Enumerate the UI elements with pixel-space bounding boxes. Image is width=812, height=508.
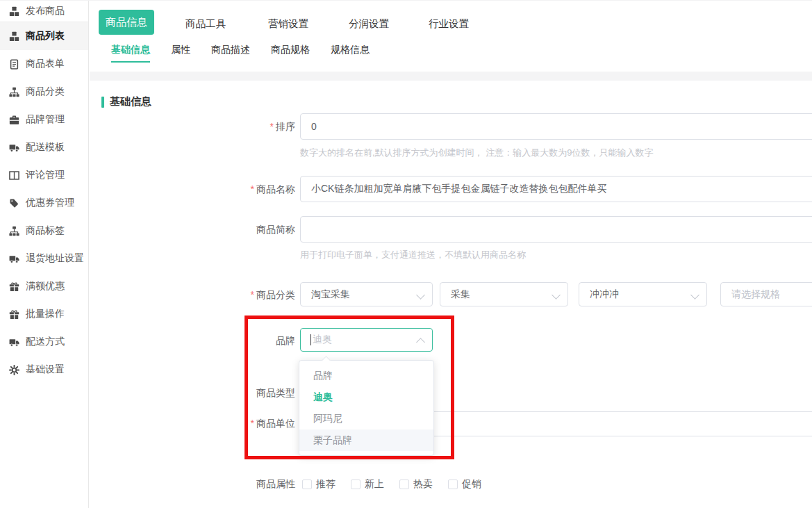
sidebar-item-product-form[interactable]: 商品表单 — [0, 50, 88, 78]
checkbox-icon — [302, 480, 312, 489]
sort-input[interactable] — [300, 113, 812, 140]
sidebar-item-label: 商品列表 — [26, 30, 65, 42]
sitemap-icon — [9, 87, 19, 97]
sidebar-item-label: 基础设置 — [26, 363, 65, 376]
sidebar-item-return-address[interactable]: 退货地址设置 — [0, 245, 88, 272]
sidebar-item-label: 配送方式 — [26, 336, 65, 348]
short-name-label: 商品简称 — [142, 224, 295, 236]
brand-option[interactable]: 品牌 — [299, 365, 433, 386]
checkbox-icon — [351, 480, 361, 489]
sidebar: 发布商品 商品列表 商品表单 商品分类 品牌管理 配送模板 评论管理 — [0, 1, 89, 508]
brand-select[interactable]: 迪奥 — [300, 328, 433, 352]
brand-label: 品牌 — [142, 335, 295, 347]
sidebar-item-label: 发布商品 — [26, 5, 65, 17]
category-select-level2[interactable]: 采集 — [440, 282, 568, 306]
short-name-helper-text: 用于打印电子面单，支付通道推送，不填默认用商品名称 — [300, 249, 526, 261]
category-label: 商品分类 — [142, 289, 295, 302]
subtab-description[interactable]: 商品描述 — [211, 44, 250, 63]
checkbox-promo[interactable]: 促销 — [448, 478, 481, 491]
gift-icon — [9, 281, 19, 292]
chevron-down-icon — [552, 290, 561, 300]
subtab-specs[interactable]: 商品规格 — [271, 44, 310, 63]
sidebar-item-label: 商品标签 — [26, 224, 65, 237]
sidebar-item-delivery-template[interactable]: 配送模板 — [0, 133, 88, 161]
chevron-down-icon — [690, 290, 699, 300]
tab-marketing-settings[interactable]: 营销设置 — [268, 17, 308, 31]
tab-profit-settings[interactable]: 分润设置 — [349, 17, 389, 31]
columns-icon — [9, 170, 19, 181]
subtab-basic-info[interactable]: 基础信息 — [111, 44, 150, 63]
text-cursor — [310, 334, 311, 345]
section-accent-bar — [101, 97, 104, 108]
product-name-input[interactable] — [300, 176, 812, 202]
short-name-input[interactable] — [300, 216, 812, 243]
sidebar-item-product-list[interactable]: 商品列表 — [0, 22, 88, 50]
checkbox-label: 新上 — [365, 478, 384, 491]
product-name-label: 商品名称 — [142, 183, 295, 196]
chevron-down-icon — [416, 290, 425, 300]
truck-icon — [9, 337, 19, 347]
brand-option[interactable]: 阿玛尼 — [299, 408, 433, 429]
chevron-up-icon — [416, 338, 425, 347]
checkbox-label: 热卖 — [413, 478, 433, 491]
file-icon — [9, 59, 19, 69]
category-select-value: 淘宝采集 — [311, 288, 350, 301]
cubes-icon — [9, 31, 19, 42]
category-select-level1[interactable]: 淘宝采集 — [300, 282, 433, 306]
tab-product-tools[interactable]: 商品工具 — [185, 17, 226, 31]
product-attrs-label: 商品属性 — [142, 478, 295, 491]
checkbox-hot[interactable]: 热卖 — [399, 478, 433, 491]
section-separator — [90, 72, 812, 81]
sitemap-icon — [9, 226, 19, 236]
section-header: 基础信息 — [101, 95, 151, 108]
gift-icon — [9, 309, 19, 320]
truck-icon — [9, 142, 19, 153]
sidebar-item-category[interactable]: 商品分类 — [0, 78, 88, 106]
brand-option-selected[interactable]: 迪奥 — [299, 386, 433, 408]
spec-select[interactable]: 请选择规格 — [720, 282, 812, 306]
sidebar-item-coupons[interactable]: 优惠券管理 — [0, 189, 88, 217]
sidebar-item-label: 评论管理 — [26, 169, 65, 181]
section-title: 基础信息 — [110, 95, 151, 108]
checkbox-label: 促销 — [462, 478, 481, 491]
brand-select-placeholder: 迪奥 — [313, 334, 332, 346]
tab-product-info[interactable]: 商品信息 — [99, 10, 154, 35]
spec-select-placeholder: 请选择规格 — [731, 288, 780, 301]
sidebar-item-basic-settings[interactable]: 基础设置 — [0, 356, 88, 384]
checkbox-new[interactable]: 新上 — [351, 478, 384, 491]
sidebar-item-delivery-method[interactable]: 配送方式 — [0, 328, 88, 356]
sidebar-item-label: 商品表单 — [26, 58, 65, 70]
category-select-value: 冲冲冲 — [590, 288, 619, 301]
tab-industry-settings[interactable]: 行业设置 — [429, 17, 469, 31]
sidebar-item-comments[interactable]: 评论管理 — [0, 161, 88, 189]
sidebar-item-batch-operations[interactable]: 批量操作 — [0, 300, 88, 328]
checkbox-icon — [399, 480, 409, 489]
checkbox-label: 推荐 — [316, 478, 335, 491]
subtab-attributes[interactable]: 属性 — [171, 44, 190, 63]
sidebar-item-product-tags[interactable]: 商品标签 — [0, 217, 88, 245]
sidebar-item-label: 满额优惠 — [26, 280, 65, 293]
sidebar-item-brand-management[interactable]: 品牌管理 — [0, 106, 88, 133]
cubes-icon — [9, 6, 19, 17]
sidebar-item-label: 批量操作 — [26, 308, 65, 320]
gear-icon — [9, 365, 19, 375]
subtabs: 基础信息 属性 商品描述 商品规格 规格信息 — [111, 44, 370, 63]
product-type-label: 商品类型 — [142, 387, 295, 400]
brand-option[interactable]: 栗子品牌 — [299, 429, 433, 451]
sort-label: 排序 — [142, 121, 295, 133]
briefcase-icon — [9, 115, 19, 125]
category-select-level3[interactable]: 冲冲冲 — [579, 282, 707, 306]
sidebar-item-label: 品牌管理 — [26, 113, 65, 126]
sidebar-item-publish[interactable]: 发布商品 — [0, 1, 88, 22]
sidebar-item-full-discount[interactable]: 满额优惠 — [0, 272, 88, 300]
product-unit-label: 商品单位 — [142, 418, 295, 430]
checkbox-recommend[interactable]: 推荐 — [302, 478, 335, 491]
truck-icon — [9, 254, 19, 264]
sidebar-item-label: 商品分类 — [26, 85, 65, 98]
app: 发布商品 商品列表 商品表单 商品分类 品牌管理 配送模板 评论管理 — [0, 0, 812, 508]
sort-helper-text: 数字大的排名在前,默认排序方式为创建时间， 注意：输入最大数为9位数，只能输入数… — [300, 147, 653, 159]
subtab-spec-info[interactable]: 规格信息 — [331, 44, 370, 63]
checkbox-icon — [448, 480, 458, 489]
sidebar-item-label: 优惠券管理 — [26, 197, 74, 209]
sidebar-item-label: 配送模板 — [26, 141, 65, 154]
